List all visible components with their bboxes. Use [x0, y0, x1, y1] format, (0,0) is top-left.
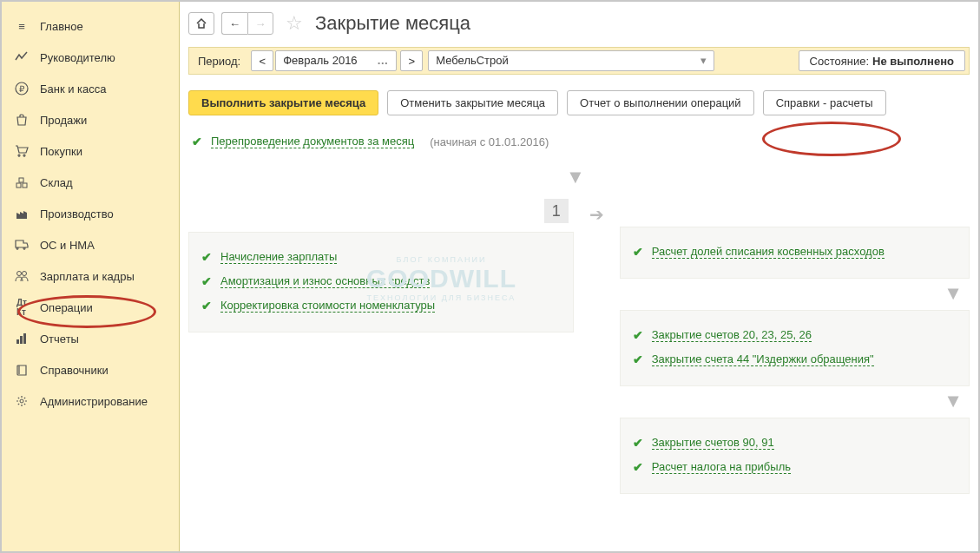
check-icon: ✔: [633, 436, 643, 450]
bars-icon: [14, 331, 30, 346]
svg-rect-3: [23, 183, 27, 188]
boxes-icon: [14, 174, 30, 190]
home-button[interactable]: [188, 12, 214, 35]
sidebar-item-bank[interactable]: ₽Банк и касса: [2, 73, 179, 104]
svg-point-10: [20, 399, 23, 403]
svg-rect-2: [16, 183, 21, 188]
op-item: ✔Амортизация и износ основных средств: [201, 269, 561, 293]
content: ✔ Перепроведение документов за месяц (на…: [180, 129, 978, 494]
op-item: ✔Расчет долей списания косвенных расходо…: [633, 240, 957, 264]
state-box: Состояние:Не выполнено: [799, 50, 965, 71]
op-link[interactable]: Расчет налога на прибыль: [652, 460, 791, 474]
sidebar-item-label: Банк и касса: [40, 82, 107, 95]
cancel-button[interactable]: Отменить закрытие месяца: [387, 90, 558, 115]
org-value: МебельСтрой: [436, 51, 509, 70]
main: ← → ☆ Закрытие месяца Период: < Февраль …: [180, 2, 978, 551]
svg-rect-9: [23, 333, 26, 344]
svg-rect-7: [16, 339, 19, 344]
sidebar: ≡Главное Руководителю ₽Банк и касса Прод…: [2, 2, 180, 551]
sidebar-item-sales[interactable]: Продажи: [2, 104, 179, 135]
step-number: 1: [544, 199, 569, 223]
ruble-icon: ₽: [14, 81, 30, 96]
people-icon: [14, 268, 30, 284]
check-icon: ✔: [201, 250, 212, 264]
sidebar-item-assets[interactable]: ОС и НМА: [2, 229, 179, 260]
left-column: 1 ✔Начисление зарплаты ✔Амортизация и из…: [188, 199, 574, 332]
right-column: ✔Расчет долей списания косвенных расходо…: [620, 199, 970, 494]
sidebar-item-manager[interactable]: Руководителю: [2, 42, 179, 73]
arrow-down-icon: ▼: [620, 386, 970, 418]
period-bar: Период: < Февраль 2016… > МебельСтрой▾ С…: [188, 47, 970, 75]
arrow-down-icon: ▼: [620, 279, 970, 310]
op-item: ✔Начисление зарплаты: [201, 245, 561, 269]
forward-button[interactable]: →: [247, 12, 273, 35]
check-icon: ✔: [633, 352, 643, 366]
check-icon: ✔: [633, 245, 643, 259]
dropdown-icon[interactable]: ▾: [700, 51, 707, 70]
factory-icon: [14, 206, 30, 221]
op-link[interactable]: Начисление зарплаты: [220, 250, 337, 264]
op-link[interactable]: Закрытие счетов 20, 23, 25, 26: [652, 328, 812, 342]
op-item: ✔Корректировка стоимости номенклатуры: [201, 293, 561, 318]
sidebar-item-label: Отчеты: [40, 332, 79, 346]
op-link[interactable]: Закрытие счета 44 "Издержки обращения": [652, 352, 874, 366]
cart-icon: [14, 143, 30, 159]
sidebar-item-label: Покупки: [40, 145, 82, 158]
repost-link[interactable]: Перепроведение документов за месяц: [211, 135, 414, 148]
execute-button[interactable]: Выполнить закрытие месяца: [188, 90, 378, 115]
back-button[interactable]: ←: [221, 12, 247, 35]
right-block-1: ✔Расчет долей списания косвенных расходо…: [620, 227, 970, 279]
svg-point-6: [23, 272, 27, 276]
arrow-down-icon: ▼: [188, 162, 970, 194]
check-icon: ✔: [192, 135, 202, 148]
sidebar-item-salary[interactable]: Зарплата и кадры: [2, 260, 179, 292]
sidebar-item-catalogs[interactable]: Справочники: [2, 354, 179, 385]
period-next-button[interactable]: >: [400, 50, 423, 71]
star-icon[interactable]: ☆: [280, 12, 308, 35]
report-button[interactable]: Отчет о выполнении операций: [567, 90, 754, 115]
org-field[interactable]: МебельСтрой▾: [428, 50, 714, 71]
titlebar: ← → ☆ Закрытие месяца: [180, 2, 978, 47]
sidebar-item-label: Производство: [40, 207, 114, 221]
svg-point-5: [17, 272, 22, 276]
operations-icon: ДтКт: [14, 300, 30, 315]
nav-group: ← →: [221, 12, 273, 35]
sidebar-item-operations[interactable]: ДтКтОперации: [2, 292, 179, 323]
page-title: Закрытие месяца: [315, 12, 470, 35]
ellipsis-icon[interactable]: …: [375, 51, 389, 70]
sidebar-item-label: Справочники: [40, 364, 109, 377]
sidebar-item-label: ОС и НМА: [40, 239, 95, 252]
op-link[interactable]: Амортизация и износ основных средств: [220, 274, 430, 288]
gear-icon: [14, 393, 30, 409]
right-block-3: ✔Закрытие счетов 90, 91 ✔Расчет налога н…: [620, 418, 970, 494]
actions-bar: Выполнить закрытие месяца Отменить закры…: [180, 75, 978, 129]
sidebar-item-label: Главное: [40, 20, 83, 33]
sidebar-item-admin[interactable]: Администрирование: [2, 385, 179, 417]
period-field[interactable]: Февраль 2016…: [275, 50, 397, 71]
refs-button[interactable]: Справки - расчеты: [763, 90, 886, 115]
truck-icon: [14, 237, 30, 253]
sidebar-item-purchases[interactable]: Покупки: [2, 135, 179, 167]
chart-icon: [14, 49, 30, 65]
check-icon: ✔: [633, 328, 643, 342]
op-link[interactable]: Закрытие счетов 90, 91: [652, 436, 774, 450]
repost-hint: (начиная с 01.01.2016): [430, 135, 549, 148]
op-item: ✔Закрытие счетов 20, 23, 25, 26: [633, 323, 957, 347]
right-block-2: ✔Закрытие счетов 20, 23, 25, 26 ✔Закрыти…: [620, 310, 970, 386]
check-icon: ✔: [201, 299, 212, 313]
op-item: ✔Расчет налога на прибыль: [633, 455, 957, 479]
sidebar-item-reports[interactable]: Отчеты: [2, 323, 179, 354]
period-prev-button[interactable]: <: [251, 50, 273, 71]
arrow-right-icon: ➔: [589, 199, 604, 225]
op-link[interactable]: Корректировка стоимости номенклатуры: [220, 299, 435, 313]
sidebar-item-label: Зарплата и кадры: [40, 270, 135, 283]
sidebar-item-warehouse[interactable]: Склад: [2, 167, 179, 198]
sidebar-item-label: Администрирование: [40, 395, 148, 408]
repost-row: ✔ Перепроведение документов за месяц (на…: [188, 129, 970, 157]
sidebar-item-main[interactable]: ≡Главное: [2, 10, 179, 42]
state-value: Не выполнено: [872, 55, 954, 68]
sidebar-item-label: Операции: [40, 301, 93, 314]
op-link[interactable]: Расчет долей списания косвенных расходов: [652, 245, 885, 259]
svg-rect-8: [20, 336, 23, 344]
sidebar-item-production[interactable]: Производство: [2, 198, 179, 229]
